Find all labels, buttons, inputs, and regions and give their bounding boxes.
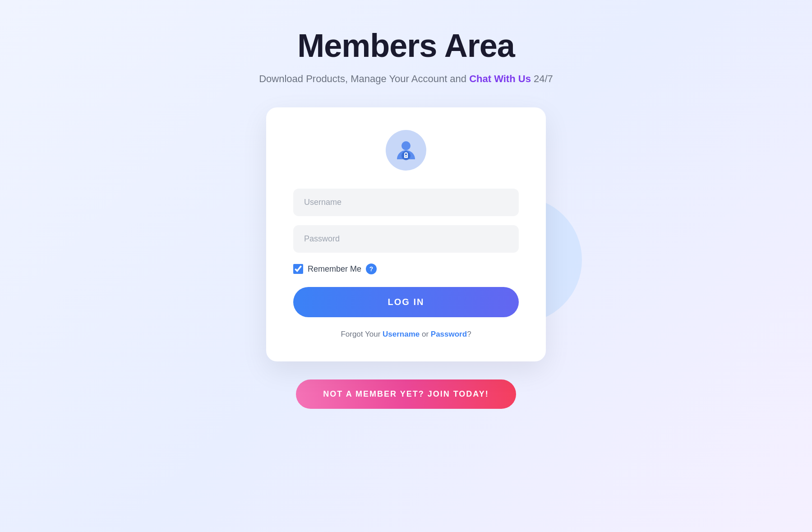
remember-me-checkbox[interactable]	[293, 264, 303, 274]
join-button[interactable]: NOT A MEMBER YET? JOIN TODAY!	[296, 379, 516, 409]
remember-row: Remember Me ?	[293, 264, 519, 274]
svg-point-3	[406, 156, 406, 157]
forgot-suffix: ?	[467, 330, 471, 338]
subtitle-suffix: 24/7	[531, 73, 553, 84]
password-input[interactable]	[293, 225, 519, 253]
page-subtitle: Download Products, Manage Your Account a…	[259, 73, 553, 85]
card-wrapper: Remember Me ? LOG IN Forgot Your Usernam…	[266, 107, 546, 361]
login-card: Remember Me ? LOG IN Forgot Your Usernam…	[266, 107, 546, 361]
forgot-username-link[interactable]: Username	[383, 330, 420, 338]
user-icon-svg	[394, 139, 418, 162]
forgot-text: Forgot Your Username or Password?	[341, 330, 471, 339]
page-title: Members Area	[297, 27, 515, 64]
subtitle-prefix: Download Products, Manage Your Account a…	[259, 73, 469, 84]
username-group	[293, 189, 519, 216]
password-group	[293, 225, 519, 253]
login-button[interactable]: LOG IN	[293, 287, 519, 317]
remember-me-label: Remember Me	[308, 264, 361, 274]
svg-point-0	[401, 141, 411, 150]
username-input[interactable]	[293, 189, 519, 216]
help-icon[interactable]: ?	[366, 264, 377, 274]
chat-link[interactable]: Chat With Us	[469, 73, 531, 84]
forgot-password-link[interactable]: Password	[431, 330, 467, 338]
user-lock-icon	[386, 130, 426, 171]
forgot-prefix: Forgot Your	[341, 330, 383, 338]
forgot-or: or	[420, 330, 431, 338]
